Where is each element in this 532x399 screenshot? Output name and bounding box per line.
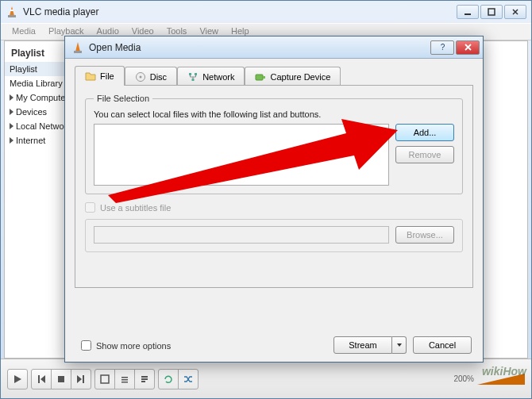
playlist-button[interactable]: [134, 369, 155, 389]
show-more-row[interactable]: Show more options: [81, 340, 171, 351]
svg-rect-1: [10, 10, 13, 11]
file-list[interactable]: [94, 124, 389, 186]
window-title: VLC media player: [23, 6, 457, 17]
show-more-checkbox[interactable]: [81, 340, 91, 351]
svg-rect-10: [121, 382, 128, 383]
file-selection-group: File Selection You can select local file…: [85, 94, 463, 194]
add-button[interactable]: Add...: [395, 124, 454, 141]
chevron-right-icon: [10, 109, 13, 115]
svg-rect-9: [121, 379, 128, 381]
capture-icon: [255, 71, 266, 82]
subtitles-check-label: Use a subtitles file: [100, 203, 171, 213]
svg-text:?: ?: [440, 43, 445, 52]
svg-rect-19: [195, 73, 197, 75]
shuffle-button[interactable]: [178, 369, 199, 389]
tab-capture[interactable]: Capture Device: [245, 67, 341, 86]
dialog-close-button[interactable]: [456, 40, 480, 55]
tab-file[interactable]: File: [75, 66, 125, 86]
network-icon: [187, 71, 199, 82]
svg-rect-7: [101, 375, 109, 383]
subtitles-checkbox[interactable]: [85, 202, 95, 213]
svg-rect-20: [192, 79, 195, 81]
svg-rect-8: [121, 377, 128, 378]
dialog-tabs: File Disc Network Capture Device: [65, 59, 483, 85]
dialog-help-button[interactable]: ?: [430, 40, 454, 55]
dialog-titlebar: Open Media ?: [65, 36, 483, 59]
show-more-label: Show more options: [96, 341, 171, 351]
chevron-right-icon: [10, 137, 13, 144]
maximize-button[interactable]: [480, 5, 503, 19]
prev-button[interactable]: [31, 369, 52, 389]
svg-rect-22: [263, 76, 265, 79]
file-selection-hint: You can select local files with the foll…: [94, 109, 454, 119]
svg-rect-3: [488, 9, 495, 15]
subtitles-path-input: [94, 226, 389, 244]
watermark: wikiHow: [482, 365, 526, 378]
minimize-button[interactable]: [457, 5, 479, 19]
svg-rect-11: [141, 376, 148, 378]
folder-icon: [85, 71, 96, 82]
stream-dropdown[interactable]: [392, 336, 407, 354]
stream-split-button[interactable]: Stream: [333, 336, 407, 354]
next-button[interactable]: [71, 369, 91, 389]
svg-rect-21: [256, 75, 263, 80]
svg-rect-18: [189, 73, 191, 75]
chevron-right-icon: [10, 94, 13, 101]
svg-rect-2: [465, 13, 471, 15]
svg-rect-14: [74, 51, 82, 53]
svg-rect-13: [141, 381, 145, 382]
dialog-title: Open Media: [89, 42, 430, 53]
play-button[interactable]: [7, 369, 28, 389]
svg-point-17: [139, 76, 141, 79]
ext-settings-button[interactable]: [114, 369, 135, 389]
stop-button[interactable]: [51, 369, 71, 389]
stream-button[interactable]: Stream: [333, 336, 392, 354]
open-media-dialog: Open Media ? File Disc Network Capture D…: [64, 36, 484, 363]
fullscreen-button[interactable]: [94, 369, 115, 389]
loop-button[interactable]: [158, 369, 179, 389]
svg-rect-12: [141, 378, 148, 380]
chevron-right-icon: [10, 123, 13, 129]
cancel-button[interactable]: Cancel: [413, 336, 472, 354]
vlc-cone-icon: [71, 41, 84, 54]
file-selection-legend: File Selection: [94, 94, 152, 103]
tab-disc[interactable]: Disc: [125, 67, 177, 86]
browse-button: Browse...: [395, 226, 454, 244]
vlc-cone-icon: [6, 6, 18, 18]
tab-network[interactable]: Network: [177, 67, 245, 86]
disc-icon: [135, 71, 146, 82]
subtitles-check-row[interactable]: Use a subtitles file: [85, 202, 463, 213]
close-button[interactable]: [504, 5, 526, 19]
remove-button: Remove: [395, 146, 454, 163]
volume-label: 200%: [453, 374, 474, 383]
svg-rect-6: [58, 376, 64, 382]
main-titlebar: VLC media player: [1, 1, 531, 23]
menu-media[interactable]: Media: [6, 24, 42, 40]
svg-rect-0: [8, 15, 16, 17]
controls-bar: 200%: [1, 359, 531, 398]
